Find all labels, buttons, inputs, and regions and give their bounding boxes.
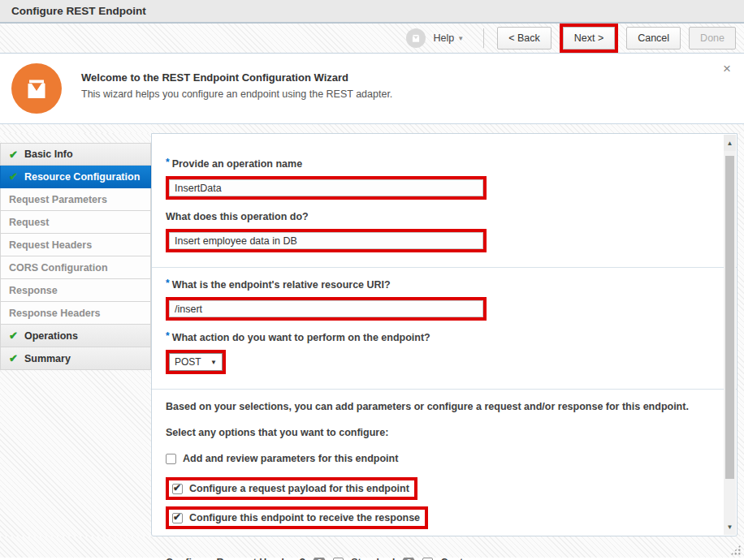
adapter-avatar-icon bbox=[406, 28, 426, 48]
help-menu[interactable]: Help ▼ bbox=[434, 32, 465, 44]
scroll-up-icon[interactable]: ▲ bbox=[724, 135, 736, 151]
window-titlebar: Configure REST Endpoint bbox=[0, 0, 744, 24]
sidebar-item-resource-configuration[interactable]: ✔ Resource Configuration bbox=[0, 166, 151, 188]
welcome-banner: Welcome to the REST Endpoint Configurati… bbox=[0, 54, 744, 124]
checkmark-icon: ✔ bbox=[9, 170, 18, 183]
checkmark-icon: ✔ bbox=[9, 330, 18, 342]
sidebar-item-response: Response bbox=[0, 279, 151, 302]
toolbar-divider bbox=[483, 28, 484, 48]
checkmark-icon: ✔ bbox=[9, 149, 18, 161]
operation-description-label: What does this operation do? bbox=[166, 211, 707, 222]
add-parameters-checkbox[interactable] bbox=[166, 454, 176, 464]
scrollbar-thumb[interactable] bbox=[725, 156, 734, 479]
operation-name-input[interactable] bbox=[169, 179, 483, 196]
section-divider bbox=[152, 267, 737, 268]
sidebar-item-request-parameters: Request Parameters bbox=[0, 188, 151, 211]
operation-name-label: *Provide an operation name bbox=[166, 158, 707, 170]
sidebar-item-cors-configuration: CORS Configuration bbox=[0, 256, 151, 279]
sidebar-item-request-headers: Request Headers bbox=[0, 234, 151, 256]
option-add-parameters-row: Add and review parameters for this endpo… bbox=[166, 453, 707, 464]
chevron-down-icon: ▼ bbox=[457, 35, 464, 42]
action-dropdown[interactable]: POST ▼ bbox=[169, 353, 223, 371]
resource-uri-input[interactable] bbox=[169, 300, 483, 317]
wizard-content: ✔ Basic Info ✔ Resource Configuration Re… bbox=[0, 133, 744, 536]
banner-title: Welcome to the REST Endpoint Configurati… bbox=[81, 71, 392, 84]
resource-configuration-panel: *Provide an operation name What does thi… bbox=[151, 133, 738, 536]
close-icon[interactable]: × bbox=[723, 62, 731, 75]
bottom-strip bbox=[0, 536, 744, 558]
request-payload-checkbox[interactable]: ✔ bbox=[172, 484, 183, 494]
wizard-toolbar: Help ▼ < Back Next > Cancel Done bbox=[0, 24, 744, 54]
next-button[interactable]: Next > bbox=[563, 27, 615, 50]
banner-subtitle: This wizard helps you configure an endpo… bbox=[81, 88, 392, 100]
custom-headers-checkbox[interactable] bbox=[422, 558, 433, 560]
chevron-down-icon: ▼ bbox=[210, 359, 217, 366]
receive-response-checkbox[interactable]: ✔ bbox=[172, 513, 183, 523]
checkbox-tick-icon: ✔ bbox=[173, 482, 181, 493]
operation-description-annotation bbox=[166, 229, 487, 252]
cancel-button[interactable]: Cancel bbox=[626, 27, 681, 50]
adapter-glyph bbox=[410, 32, 422, 44]
option-receive-response-row: ✔ Configure this endpoint to receive the… bbox=[166, 506, 428, 529]
resize-grip[interactable] bbox=[730, 545, 741, 555]
checkbox-tick-icon: ✔ bbox=[173, 511, 181, 523]
done-button[interactable]: Done bbox=[689, 27, 736, 50]
back-button[interactable]: < Back bbox=[497, 27, 552, 50]
scroll-down-icon[interactable]: ▼ bbox=[724, 519, 736, 535]
options-instruction-text: Select any options that you want to conf… bbox=[166, 427, 707, 438]
sidebar-item-basic-info[interactable]: ✔ Basic Info bbox=[0, 143, 151, 166]
sidebar-item-operations[interactable]: ✔ Operations bbox=[0, 325, 151, 347]
section-divider bbox=[152, 389, 737, 390]
action-dropdown-value: POST bbox=[175, 356, 201, 368]
sidebar-item-request: Request bbox=[0, 211, 151, 234]
next-button-annotation: Next > bbox=[560, 24, 618, 53]
required-marker: * bbox=[166, 330, 170, 342]
operation-name-annotation bbox=[166, 176, 487, 200]
sidebar-item-response-headers: Response Headers bbox=[0, 302, 151, 325]
sidebar-item-summary[interactable]: ✔ Summary bbox=[0, 347, 151, 370]
endpoint-action-label: *What action do you want to perform on t… bbox=[166, 332, 707, 343]
required-marker: * bbox=[166, 278, 170, 289]
option-request-payload-row: ✔ Configure a request payload for this e… bbox=[166, 477, 417, 500]
wizard-steps-sidebar: ✔ Basic Info ✔ Resource Configuration Re… bbox=[0, 133, 151, 536]
help-label: Help bbox=[434, 32, 455, 44]
required-marker: * bbox=[166, 157, 170, 168]
checkmark-icon: ✔ bbox=[9, 352, 18, 364]
page-title: Configure REST Endpoint bbox=[11, 5, 146, 17]
panel-scrollbar[interactable]: ▲ ▼ bbox=[724, 135, 736, 535]
resource-uri-annotation bbox=[166, 297, 487, 321]
selections-info-text: Based on your selections, you can add pa… bbox=[166, 401, 707, 412]
rest-adapter-icon bbox=[11, 63, 62, 114]
action-dropdown-annotation: POST ▼ bbox=[166, 350, 226, 374]
adapter-glyph bbox=[22, 74, 51, 103]
resource-uri-label: *What is the endpoint's relative resourc… bbox=[166, 279, 707, 291]
operation-description-input[interactable] bbox=[169, 232, 483, 249]
standard-headers-checkbox[interactable] bbox=[333, 558, 344, 560]
background-strip bbox=[0, 124, 744, 133]
